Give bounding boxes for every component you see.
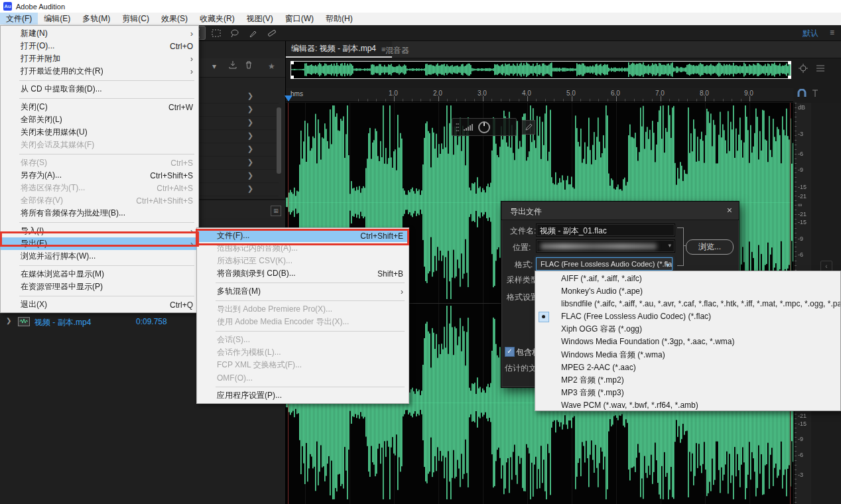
export-submenu-item-2[interactable]: 范围标记内的音频(A)... — [197, 242, 409, 255]
menu-separator — [197, 298, 409, 303]
format-option-5[interactable]: Xiph OGG 容器 (*.ogg) — [535, 323, 840, 336]
file-menu-item-8[interactable]: 关闭(C)Ctrl+W — [1, 101, 198, 113]
expand-chevron-icon[interactable]: ❯ — [6, 317, 11, 324]
file-menu-item-16[interactable]: 全部保存(V)Ctrl+Alt+Shift+S — [1, 194, 198, 207]
grid-view-icon[interactable]: ⊞ — [271, 206, 281, 216]
tab-editor[interactable]: 编辑器: 视频 - 副本.mp4 ≡ — [286, 41, 392, 58]
format-option-6[interactable]: Windows Media Foundation (*.3gp, *.aac, … — [535, 336, 840, 348]
export-submenu-item-4[interactable]: 将音频刻录到 CD(B)...Shift+B — [197, 267, 409, 280]
import-icon[interactable] — [228, 60, 237, 72]
file-menu-item-3[interactable]: 打开并附加› — [1, 52, 198, 65]
file-menu-item-10[interactable]: 关闭未使用媒体(U) — [1, 126, 198, 139]
format-option-10[interactable]: MP3 音频 (*.mp3) — [535, 387, 840, 399]
file-menu-item-4[interactable]: 打开最近使用的文件(R)› — [1, 65, 198, 78]
preset-dropdown-icon[interactable]: ▾ — [212, 62, 216, 71]
format-option-4[interactable]: FLAC (Free Lossless Audio Codec) (*.flac… — [535, 310, 840, 323]
playhead-marker-icon[interactable] — [285, 95, 292, 101]
file-menu-item-6[interactable]: 从 CD 中提取音频(D)... — [1, 83, 198, 95]
panel-scrollbar[interactable] — [277, 107, 281, 174]
hud-grip-icon — [456, 123, 459, 132]
close-icon[interactable]: × — [727, 205, 732, 216]
keyframe-edit-box[interactable] — [522, 120, 535, 135]
file-menu-item-14[interactable]: 另存为(A)...Ctrl+Shift+S — [1, 169, 198, 182]
export-submenu-item-14[interactable]: OMF(O)... — [197, 371, 409, 384]
overview-handle[interactable] — [291, 76, 294, 79]
format-option-11[interactable]: Wave PCM (*.wav, *.bwf, *.rf64, *.amb) — [535, 399, 840, 412]
export-submenu-item-6[interactable]: 多轨混音(M)› — [197, 285, 409, 298]
field-group-bracket — [677, 227, 684, 266]
timeline-ruler[interactable]: hms 1.02.03.04.05.06.07.08.09.0 — [286, 88, 793, 102]
ruler-minor-tick — [545, 99, 546, 101]
location-dropdown-icon[interactable]: ▾ — [668, 242, 671, 249]
marker-pin-icon[interactable] — [811, 89, 819, 101]
menubar-item-8[interactable]: 窗口(W) — [279, 13, 320, 25]
workspace-selector[interactable]: 默认 — [803, 28, 818, 39]
ruler-minor-tick — [580, 99, 581, 101]
dialog-title-bar[interactable]: 导出文件 × — [501, 202, 739, 220]
export-submenu-item-12[interactable]: 会话作为模板(L)... — [197, 346, 409, 359]
menubar-item-3[interactable]: 多轨(M) — [76, 13, 116, 25]
file-menu-item-24[interactable]: 在资源管理器中显示(P) — [1, 281, 198, 293]
export-submenu-item-16[interactable]: 应用程序设置(P)... — [197, 389, 409, 402]
file-menu-item-11[interactable]: 关闭会话及其媒体(F) — [1, 139, 198, 151]
file-menu-item-1[interactable]: 新建(N)› — [1, 27, 198, 40]
item-chevron-icon: ❯ — [247, 118, 253, 127]
export-submenu-item-11[interactable]: 会话(S)... — [197, 334, 409, 346]
overview-handle[interactable] — [788, 61, 791, 64]
browse-button[interactable]: 浏览... — [686, 239, 734, 255]
volume-hud[interactable] — [452, 118, 517, 136]
overview-handle[interactable] — [291, 61, 294, 64]
waveform-overview[interactable] — [291, 61, 791, 79]
menubar-item-5[interactable]: 效果(S) — [155, 13, 194, 25]
workspace-menu-icon[interactable]: ≡ — [830, 28, 834, 37]
file-menu-item-13[interactable]: 保存(S)Ctrl+S — [1, 157, 198, 169]
ruler-minor-tick — [358, 99, 359, 101]
include-markers-checkbox[interactable]: ✓ — [505, 347, 515, 357]
export-submenu-item-9[interactable]: 使用 Adobe Media Encoder 导出(X)... — [197, 316, 409, 328]
location-input[interactable]: ▾ — [536, 239, 675, 253]
format-option-1[interactable]: AIFF (*.aif, *.aiff, *.aifc) — [535, 273, 840, 285]
menubar-item-6[interactable]: 收藏夹(R) — [194, 13, 241, 25]
menubar-item-4[interactable]: 剪辑(C) — [116, 13, 155, 25]
file-menu-item-2[interactable]: 打开(O)...Ctrl+O — [1, 40, 198, 52]
format-option-label: Wave PCM (*.wav, *.bwf, *.rf64, *.amb) — [561, 401, 698, 410]
export-submenu-item-13[interactable]: FCP XML 交换格式(F)... — [197, 359, 409, 371]
file-menu-item-15[interactable]: 将选区保存为(T)...Ctrl+Alt+S — [1, 182, 198, 194]
file-menu-item-17[interactable]: 将所有音频保存为批处理(B)... — [1, 207, 198, 220]
list-options-icon[interactable] — [815, 63, 826, 76]
snap-icon[interactable] — [797, 89, 807, 101]
ruler-minor-tick — [714, 99, 714, 101]
marquee-selection-tool[interactable] — [209, 27, 224, 39]
filename-input[interactable]: 视频 - 副本_01.flac — [536, 223, 675, 237]
menu-item-shortcut: Ctrl+W — [168, 103, 193, 112]
export-submenu-item-8[interactable]: 导出到 Adobe Premiere Pro(X)... — [197, 303, 409, 316]
format-option-2[interactable]: Monkey's Audio (*.ape) — [535, 285, 840, 298]
dialog-title: 导出文件 — [510, 206, 542, 218]
format-option-8[interactable]: MPEG 2-AAC (*.aac) — [535, 361, 840, 374]
ruler-tick-mark — [661, 96, 661, 101]
lasso-selection-tool[interactable] — [227, 27, 242, 39]
format-option-9[interactable]: MP2 音频 (*.mp2) — [535, 374, 840, 387]
zoom-options-icon[interactable] — [798, 63, 809, 76]
format-dropdown[interactable]: FLAC (Free Lossless Audio Codec) (*.flac… — [536, 257, 673, 271]
export-submenu-item-3[interactable]: 所选标记至 CSV(K)... — [197, 255, 409, 267]
menubar-item-1[interactable]: 文件(F) — [0, 13, 38, 25]
export-submenu-item-1[interactable]: 文件(F)...Ctrl+Shift+E — [197, 229, 409, 242]
file-menu-item-20[interactable]: 导出(E)› — [1, 237, 198, 250]
file-menu-item-19[interactable]: 导入(I)› — [1, 225, 198, 237]
file-menu-item-23[interactable]: 在媒体浏览器中显示(M) — [1, 268, 198, 281]
menubar-item-7[interactable]: 视图(V) — [241, 13, 279, 25]
tab-mixer[interactable]: 混音器 — [385, 45, 409, 56]
file-menu-item-26[interactable]: 退出(X)Ctrl+Q — [1, 298, 198, 311]
spot-healing-brush-tool[interactable] — [265, 27, 279, 39]
trash-icon[interactable] — [244, 60, 253, 72]
file-menu-item-9[interactable]: 全部关闭(L) — [1, 113, 198, 126]
overview-handle[interactable] — [788, 76, 791, 79]
menubar-item-2[interactable]: 编辑(E) — [38, 13, 76, 25]
favorites-star-icon[interactable]: ★ — [268, 62, 275, 71]
paintbrush-selection-tool[interactable] — [246, 27, 261, 39]
menubar-item-9[interactable]: 帮助(H) — [320, 13, 359, 25]
file-menu-item-21[interactable]: 浏览并运行脚本(W)... — [1, 250, 198, 263]
format-option-3[interactable]: libsndfile (*.aifc, *.aiff, *.au, *.avr,… — [535, 298, 840, 310]
format-option-7[interactable]: Windows Media 音频 (*.wma) — [535, 349, 840, 361]
